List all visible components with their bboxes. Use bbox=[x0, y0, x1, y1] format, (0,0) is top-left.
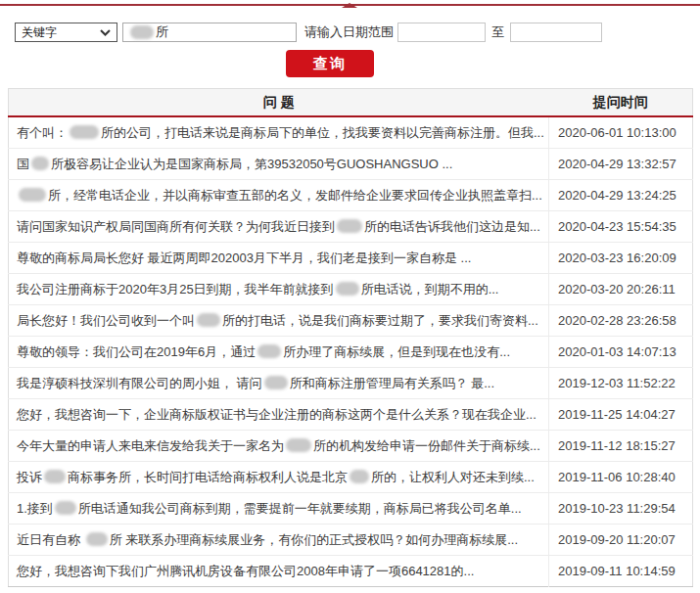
time-cell: 2019-12-03 11:52:22 bbox=[549, 368, 693, 399]
question-cell[interactable]: 有个叫：所的公司，打电话来说是商标局下的单位，找我要资料以完善商标注册。但我..… bbox=[9, 116, 549, 149]
search-form: 关键字 所 请输入日期范围 至 bbox=[0, 22, 700, 43]
table-row: 所，经常电话企业，并以商标审查五部的名义，发邮件给企业要求回传企业执照盖章扫..… bbox=[9, 180, 693, 211]
question-cell[interactable]: 我是淳硕科技深圳有限公司的周小姐， 请问所和商标注册管理局有关系吗？ 最... bbox=[9, 368, 549, 399]
table-row: 尊敬的领导：我们公司在2019年6月，通过所办理了商标续展，但是到现在也没有..… bbox=[9, 337, 693, 368]
time-cell: 2020-06-01 10:13:00 bbox=[549, 116, 693, 149]
tab-indicator-triangle bbox=[342, 3, 357, 8]
redacted-text bbox=[286, 438, 311, 452]
table-row: 近日有自称 所 来联系办理商标续展业务，有你们的正式授权吗？如何办理商标续展..… bbox=[9, 525, 693, 556]
time-cell: 2019-09-20 11:20:07 bbox=[549, 525, 693, 556]
table-row: 1.接到所电话通知我公司商标到期，需要提前一年就要续期，商标局已将我公司名单..… bbox=[9, 493, 693, 525]
time-cell: 2020-01-03 14:07:13 bbox=[549, 337, 693, 368]
redacted-text bbox=[337, 219, 362, 233]
question-cell[interactable]: 局长您好！我们公司收到一个叫所的打电话，说是我们商标要过期了，要求我们寄资料..… bbox=[9, 305, 549, 337]
time-cell: 2019-09-11 10:14:59 bbox=[549, 556, 693, 587]
redacted-text bbox=[336, 282, 359, 296]
question-cell[interactable]: 投诉商标事务所，长时间打电话给商标权利人说是北京所的，让权利人对还未到续... bbox=[9, 462, 549, 493]
table-row: 您好，我想咨询下我们广州腾讯机房设备有限公司2008年申请了一项6641281的… bbox=[9, 556, 693, 587]
question-cell[interactable]: 您好，我想咨询一下，企业商标版权证书与企业注册的商标这两个是什么关系？现在我企业… bbox=[9, 399, 549, 431]
time-cell: 2019-11-06 10:28:40 bbox=[549, 462, 693, 493]
date-from-input[interactable] bbox=[397, 23, 486, 42]
table-header-row: 问 题 提问时间 bbox=[9, 89, 693, 117]
redacted-text bbox=[350, 470, 369, 483]
question-column-header: 问 题 bbox=[9, 89, 549, 117]
time-cell: 2019-11-12 18:15:27 bbox=[549, 431, 693, 462]
keyword-type-select-value: 关键字 bbox=[22, 24, 57, 41]
question-cell[interactable]: 1.接到所电话通知我公司商标到期，需要提前一年就要续期，商标局已将我公司名单..… bbox=[9, 493, 549, 525]
keyword-input-value: 所 bbox=[156, 23, 168, 41]
time-cell: 2020-04-29 13:24:25 bbox=[549, 180, 693, 211]
time-cell: 2020-02-28 23:26:58 bbox=[549, 305, 693, 337]
table-row: 局长您好！我们公司收到一个叫所的打电话，说是我们商标要过期了，要求我们寄资料..… bbox=[9, 305, 693, 337]
date-range-label: 请输入日期范围 bbox=[304, 23, 394, 41]
time-cell: 2020-03-20 20:26:11 bbox=[549, 274, 693, 305]
question-cell[interactable]: 我公司注册商标于2020年3月25日到期，我半年前就接到所电话说，到期不用的..… bbox=[9, 274, 549, 305]
question-cell[interactable]: 所，经常电话企业，并以商标审查五部的名义，发邮件给企业要求回传企业执照盖章扫..… bbox=[9, 180, 549, 211]
search-button[interactable]: 查询 bbox=[286, 50, 374, 77]
table-row: 国所极容易让企业认为是国家商标局，第39532050号GUOSHANGSUO .… bbox=[9, 149, 693, 180]
redacted-text bbox=[264, 376, 288, 389]
table-row: 投诉商标事务所，长时间打电话给商标权利人说是北京所的，让权利人对还未到续... … bbox=[9, 462, 693, 493]
question-cell[interactable]: 尊敬的领导：我们公司在2019年6月，通过所办理了商标续展，但是到现在也没有..… bbox=[9, 337, 549, 368]
redacted-text bbox=[130, 25, 154, 39]
keyword-input[interactable]: 所 bbox=[122, 23, 297, 42]
time-cell: 2019-11-25 14:04:27 bbox=[549, 399, 693, 431]
table-row: 请问国家知识产权局同国商所有何关联？为何我近日接到所的电话告诉我他们这边是知..… bbox=[9, 211, 693, 243]
question-cell[interactable]: 今年大量的申请人来电来信发给我关于一家名为所的机构发给申请一份邮件关于商标续..… bbox=[9, 431, 549, 462]
redacted-text bbox=[197, 313, 220, 327]
table-row: 您好，我想咨询一下，企业商标版权证书与企业注册的商标这两个是什么关系？现在我企业… bbox=[9, 399, 693, 431]
time-cell: 2020-03-23 16:20:09 bbox=[549, 243, 693, 274]
redacted-text bbox=[70, 125, 99, 139]
time-cell: 2020-04-29 13:32:57 bbox=[549, 149, 693, 180]
chevron-down-icon bbox=[100, 25, 111, 39]
redacted-text bbox=[19, 188, 46, 202]
question-table: 问 题 提问时间 有个叫：所的公司，打电话来说是商标局下的单位，找我要资料以完善… bbox=[8, 88, 693, 587]
question-cell[interactable]: 您好，我想咨询下我们广州腾讯机房设备有限公司2008年申请了一项6641281的… bbox=[9, 556, 549, 587]
time-column-header: 提问时间 bbox=[549, 89, 693, 117]
time-cell: 2020-04-23 15:54:35 bbox=[549, 211, 693, 243]
redacted-text bbox=[44, 470, 66, 483]
redacted-text bbox=[257, 344, 281, 358]
redacted-text bbox=[55, 501, 76, 515]
question-table-body: 有个叫：所的公司，打电话来说是商标局下的单位，找我要资料以完善商标注册。但我..… bbox=[9, 116, 693, 587]
date-to-label: 至 bbox=[491, 23, 504, 41]
top-accent-line bbox=[0, 4, 700, 6]
redacted-text bbox=[31, 157, 49, 170]
question-cell[interactable]: 请问国家知识产权局同国商所有何关联？为何我近日接到所的电话告诉我他们这边是知..… bbox=[9, 211, 549, 243]
date-to-input[interactable] bbox=[510, 23, 602, 42]
table-row: 有个叫：所的公司，打电话来说是商标局下的单位，找我要资料以完善商标注册。但我..… bbox=[9, 116, 693, 149]
table-row: 今年大量的申请人来电来信发给我关于一家名为所的机构发给申请一份邮件关于商标续..… bbox=[9, 431, 693, 462]
time-cell: 2019-10-23 11:29:54 bbox=[549, 493, 693, 525]
question-cell[interactable]: 近日有自称 所 来联系办理商标续展业务，有你们的正式授权吗？如何办理商标续展..… bbox=[9, 525, 549, 556]
question-cell[interactable]: 国所极容易让企业认为是国家商标局，第39532050号GUOSHANGSUO .… bbox=[9, 149, 549, 180]
table-row: 我是淳硕科技深圳有限公司的周小姐， 请问所和商标注册管理局有关系吗？ 最... … bbox=[9, 368, 693, 399]
question-cell[interactable]: 尊敬的商标局局长您好 最近两周即202003月下半月，我们老是接到一家自称是 .… bbox=[9, 243, 549, 274]
keyword-type-select[interactable]: 关键字 bbox=[15, 23, 117, 42]
table-row: 我公司注册商标于2020年3月25日到期，我半年前就接到所电话说，到期不用的..… bbox=[9, 274, 693, 305]
table-row: 尊敬的商标局局长您好 最近两周即202003月下半月，我们老是接到一家自称是 .… bbox=[9, 243, 693, 274]
redacted-text bbox=[86, 532, 108, 546]
